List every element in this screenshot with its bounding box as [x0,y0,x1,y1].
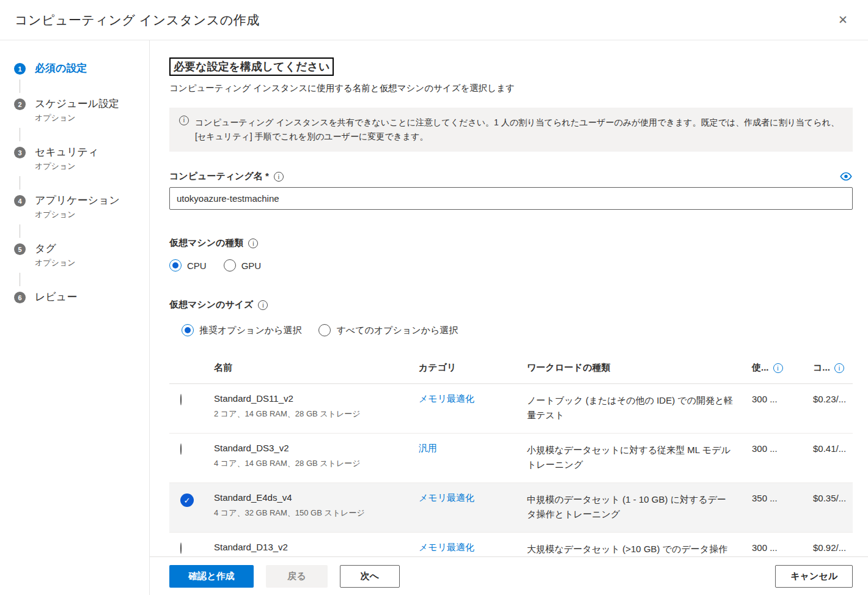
cancel-button[interactable]: キャンセル [775,565,853,588]
close-icon[interactable]: ✕ [833,10,853,31]
next-button[interactable]: 次へ [340,565,400,588]
vm-quota: 300 ... [752,393,813,404]
info-banner-text: コンピューティング インスタンスを共有できないことに注意してください。1 人の割… [195,116,843,144]
info-icon[interactable]: i [834,363,844,373]
vm-category-link[interactable]: 汎用 [419,443,527,454]
vm-quota: 300 ... [752,542,813,553]
table-row[interactable]: Standard_DS3_v2 4 コア、14 GB RAM、28 GB ストレ… [169,434,853,483]
vm-cost: $0.35/... [813,492,853,503]
col-header-quota: 使... i [752,362,813,374]
col-header-name: 名前 [214,362,419,374]
step-connector [20,128,20,141]
vm-workload: 中規模のデータセット (1 - 10 GB) に対するデータ操作とトレーニング [527,492,752,522]
vm-workload: ノートブック (またはその他の IDE) での開発と軽量テスト [527,393,752,423]
vm-cost: $0.23/... [813,393,853,404]
vm-size-label: 仮想マシンのサイズ i [169,299,853,311]
info-icon: i [274,172,284,182]
vm-name: Standard_DS11_v2 [214,393,419,404]
step-sublabel: オプション [35,257,76,268]
compute-name-input[interactable] [169,187,853,210]
col-header-cost: コ... i [813,362,853,374]
create-compute-instance-dialog: コンピューティング インスタンスの作成 ✕ 1 必須の設定 2 スケジュール設定… [0,0,868,595]
info-banner: i コンピューティング インスタンスを共有できないことに注意してください。1 人… [169,108,853,152]
info-icon: i [179,116,189,125]
dialog-footer: 確認と作成 戻る 次へ キャンセル [150,556,868,595]
create-and-review-button[interactable]: 確認と作成 [169,565,254,588]
table-header-row: 名前 カテゴリ ワークロードの種類 使... i コ... i [169,353,853,384]
vm-category-link[interactable]: メモリ最適化 [419,492,527,504]
radio-unselected-icon[interactable] [180,542,182,554]
vm-category-link[interactable]: メモリ最適化 [419,393,527,405]
step-number-badge: 5 [14,243,26,255]
vm-cost: $0.92/... [813,542,853,553]
vm-quota: 300 ... [752,443,813,454]
dialog-title: コンピューティング インスタンスの作成 [15,12,260,29]
stepper-sidebar: 1 必須の設定 2 スケジュール設定 オプション 3 セキュリティ オプション [0,40,150,595]
radio-selected-icon [182,324,194,336]
main-panel: 必要な設定を構成してください コンピューティング インスタンスに使用する名前と仮… [150,40,868,595]
step-connector [20,79,20,93]
step-review[interactable]: 6 レビュー [14,290,149,304]
radio-unselected-icon[interactable] [180,394,182,405]
back-button[interactable]: 戻る [266,565,328,588]
vm-workload: 小規模なデータセットに対する従来型 ML モデル トレーニング [527,443,752,472]
table-row-selected[interactable]: ✓ Standard_E4ds_v4 4 コア、32 GB RAM、150 GB… [169,483,853,533]
vm-name: Standard_D13_v2 [214,542,419,552]
col-header-category: カテゴリ [419,362,527,374]
vm-type-radio-group: CPU GPU [169,259,853,272]
step-label: レビュー [35,290,77,304]
page-title: 必要な設定を構成してください [169,57,334,76]
vm-spec: 2 コア、14 GB RAM、28 GB ストレージ [214,408,419,419]
vm-size-radio-group: 推奨オプションから選択 すべてのオプションから選択 [182,324,853,336]
radio-unselected-icon [318,324,331,336]
step-tags[interactable]: 5 タグ オプション [14,242,149,268]
vm-cost: $0.41/... [813,443,853,454]
table-row[interactable]: Standard_DS11_v2 2 コア、14 GB RAM、28 GB スト… [169,384,853,434]
radio-unselected-icon [224,259,236,272]
step-label: セキュリティ [35,146,98,159]
vm-name: Standard_DS3_v2 [214,443,419,453]
compute-name-label: コンピューティング名 * i [169,171,284,182]
step-sublabel: オプション [35,161,98,172]
radio-unselected-icon[interactable] [180,443,182,455]
step-number-badge: 6 [14,292,26,303]
dialog-header: コンピューティング インスタンスの作成 ✕ [0,0,868,40]
step-connector [20,224,20,238]
step-label: タグ [35,242,76,256]
vm-size-table: 名前 カテゴリ ワークロードの種類 使... i コ... i [169,353,853,582]
step-number-badge: 3 [14,147,26,158]
step-security[interactable]: 3 セキュリティ オプション [14,146,149,172]
step-sublabel: オプション [35,209,120,220]
vm-spec: 4 コア、14 GB RAM、28 GB ストレージ [214,458,419,469]
step-number-badge: 2 [14,98,26,110]
info-icon: i [258,300,268,310]
main-scroll-area[interactable]: 必要な設定を構成してください コンピューティング インスタンスに使用する名前と仮… [150,40,868,595]
vm-spec: 4 コア、32 GB RAM、150 GB ストレージ [214,508,419,519]
vm-quota: 350 ... [752,492,813,503]
vm-name: Standard_E4ds_v4 [214,492,419,503]
radio-gpu[interactable]: GPU [224,259,262,272]
page-subtitle: コンピューティング インスタンスに使用する名前と仮想マシンのサイズを選択します [169,83,853,94]
step-connector [20,176,20,190]
step-required-settings[interactable]: 1 必須の設定 [14,62,149,75]
radio-recommended-options[interactable]: 推奨オプションから選択 [182,324,301,336]
step-label: 必須の設定 [35,62,87,75]
step-label: スケジュール設定 [35,97,119,111]
radio-selected-icon [169,259,182,272]
step-applications[interactable]: 4 アプリケーション オプション [14,194,149,220]
info-icon: i [248,238,258,248]
eye-icon[interactable] [839,172,853,181]
vm-category-link[interactable]: メモリ最適化 [419,542,527,553]
dialog-body: 1 必須の設定 2 スケジュール設定 オプション 3 セキュリティ オプション [0,40,868,595]
radio-all-options[interactable]: すべてのオプションから選択 [318,324,458,336]
radio-cpu[interactable]: CPU [169,259,207,272]
vm-type-label: 仮想マシンの種類 i [169,237,853,249]
step-number-badge: 4 [14,195,26,207]
radio-checked-icon[interactable]: ✓ [180,493,194,507]
step-connector [20,273,20,286]
info-icon[interactable]: i [773,363,783,373]
step-number-badge: 1 [14,63,26,75]
step-schedule[interactable]: 2 スケジュール設定 オプション [14,97,149,124]
col-header-workload: ワークロードの種類 [527,362,752,374]
step-label: アプリケーション [35,194,120,207]
